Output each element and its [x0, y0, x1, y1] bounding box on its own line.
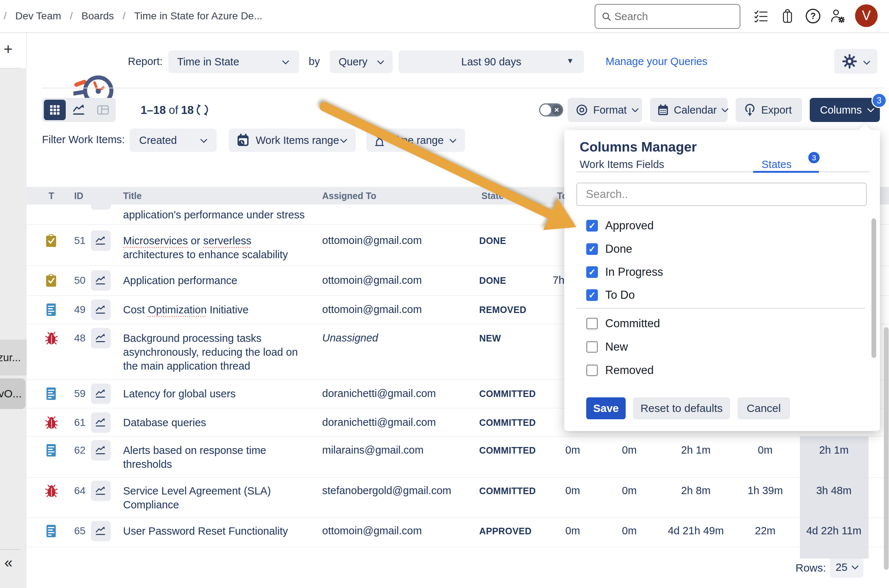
work-item-type-story-icon	[45, 387, 57, 400]
rows-per-page-select[interactable]: 25	[830, 556, 864, 578]
breadcrumb: /Dev Team/Boards/Time in State for Azure…	[4, 0, 262, 32]
collapse-sidebar-button[interactable]: «	[4, 554, 12, 571]
add-tab-button[interactable]: +	[4, 42, 13, 57]
work-item-id: 59	[74, 388, 85, 399]
left-sidebar: + zur... vO... «	[0, 33, 27, 588]
format-label: Format	[593, 104, 627, 116]
tabs-underline	[576, 171, 870, 172]
checkbox-label: Approved	[605, 219, 654, 232]
state-checkbox-removed[interactable]: Removed	[586, 364, 654, 377]
time-value-clipped: 7h	[553, 274, 564, 286]
grid-view-button[interactable]	[44, 100, 66, 120]
chevron-down-icon	[868, 105, 875, 112]
group-by-select[interactable]: Query	[330, 50, 393, 73]
state-checkbox-committed[interactable]: Committed	[586, 317, 660, 330]
page: /Dev Team/Boards/Time in State for Azure…	[0, 0, 889, 588]
time-range-button[interactable]: Time range	[366, 129, 465, 152]
unchecked-checkbox-icon	[586, 364, 598, 376]
tab-states[interactable]: States	[762, 159, 792, 171]
calendar-button[interactable]: Calendar	[650, 98, 727, 122]
table-row-65[interactable]: 65User Password Reset Functionalityottom…	[27, 518, 889, 547]
reset-to-defaults-button[interactable]: Reset to defaults	[633, 398, 730, 419]
checklist-icon[interactable]	[753, 8, 769, 24]
row-chart-button[interactable]	[91, 384, 111, 404]
work-items-range-button[interactable]: Work Items range	[229, 129, 356, 152]
bag-icon[interactable]	[780, 8, 796, 24]
highlight-toggle[interactable]: ✕	[539, 104, 563, 117]
account-settings-icon[interactable]	[830, 8, 846, 24]
breadcrumb-separator: /	[70, 10, 73, 22]
report-select[interactable]: Time in State	[168, 50, 299, 73]
chevron-down-icon	[852, 562, 859, 570]
work-item-title: Alerts based on response timethresholds	[123, 443, 328, 471]
state-value: COMMITTED	[479, 445, 536, 456]
chevron-down-icon	[449, 136, 457, 143]
hourglass-icon	[374, 134, 385, 147]
columns-search-input[interactable]: Search..	[576, 183, 867, 206]
breadcrumb-item[interactable]: Time in State for Azure De...	[134, 10, 262, 22]
state-checkbox-in-progress[interactable]: ✓In Progress	[586, 266, 663, 279]
format-button[interactable]: Format	[568, 98, 642, 122]
report-settings-button[interactable]	[834, 49, 877, 74]
columns-button[interactable]: Columns	[810, 98, 880, 122]
time-range-label: Time range	[390, 134, 444, 147]
total-column-cell	[800, 436, 868, 478]
calendar-label: Calendar	[674, 104, 717, 116]
work-item-type-task-icon	[45, 273, 57, 287]
view-switcher	[42, 98, 116, 122]
cancel-button[interactable]: Cancel	[738, 398, 790, 419]
row-chart-button[interactable]	[91, 231, 111, 251]
work-item-id: 50	[74, 274, 85, 286]
total-column-strip	[800, 547, 868, 558]
chart-view-button[interactable]	[68, 100, 90, 120]
breadcrumb-item[interactable]: Dev Team	[15, 10, 61, 22]
work-item-type-story-icon	[45, 443, 57, 457]
assigned-to: milarains@gmail.com	[322, 444, 424, 456]
sidebar-item-clipped-2[interactable]: vO...	[0, 378, 25, 409]
refresh-button[interactable]	[195, 103, 209, 117]
state-checkbox-new[interactable]: New	[586, 340, 628, 354]
assigned-to: ottomoin@gmail.com	[322, 525, 422, 537]
row-chart-button[interactable]	[91, 481, 111, 501]
row-chart-button[interactable]	[91, 328, 111, 348]
tab-work-items-fields[interactable]: Work Items Fields	[580, 159, 664, 171]
row-chart-button[interactable]	[91, 521, 111, 541]
search-input[interactable]: Search	[595, 4, 741, 29]
state-checkbox-approved[interactable]: ✓Approved	[586, 219, 654, 232]
assigned-to: ottomoin@gmail.com	[322, 234, 422, 246]
state-value: COMMITTED	[479, 417, 536, 428]
sidebar-item-clipped-1[interactable]: zur...	[0, 340, 27, 375]
save-button[interactable]: Save	[586, 398, 626, 419]
row-chart-button[interactable]	[91, 189, 111, 210]
manage-queries-link[interactable]: Manage your Queries	[606, 56, 708, 68]
assigned-to: stefanobergold@gmail.com	[322, 484, 451, 497]
checkbox-group-divider	[576, 308, 865, 309]
breadcrumb-item[interactable]: Boards	[81, 10, 114, 22]
filter-created-select[interactable]: Created	[130, 129, 217, 152]
row-chart-button[interactable]	[91, 440, 111, 460]
table-row-64[interactable]: 64Service Level Agreement (SLA)Complianc…	[27, 478, 889, 518]
toggle-knob	[540, 105, 551, 116]
columns-label: Columns	[820, 104, 862, 116]
row-chart-button[interactable]	[91, 412, 111, 433]
work-item-title: application's performance under stress	[123, 208, 328, 222]
rows-per-page-value: 25	[836, 561, 847, 573]
state-checkbox-to-do[interactable]: ✓To Do	[586, 288, 635, 302]
board-view-button[interactable]	[92, 100, 114, 120]
row-chart-button[interactable]	[91, 300, 111, 320]
state-value: APPROVED	[479, 526, 532, 537]
table-row-62[interactable]: 62Alerts based on response timethreshold…	[27, 436, 889, 478]
popup-scrollbar[interactable]	[871, 218, 876, 358]
row-chart-button[interactable]	[91, 270, 111, 291]
date-range-select[interactable]: Last 90 days ▾	[399, 50, 584, 73]
filter-label: Filter Work Items:	[42, 134, 125, 146]
assigned-to: ottomoin@gmail.com	[322, 303, 422, 315]
work-item-title: Application performance	[123, 273, 328, 287]
popup-caret	[858, 124, 872, 137]
export-button[interactable]: Export	[736, 98, 802, 122]
state-checkbox-done[interactable]: ✓Done	[586, 243, 632, 256]
work-item-id: 51	[74, 235, 85, 246]
page-scrollbar[interactable]	[884, 327, 889, 570]
help-icon[interactable]: ?	[805, 8, 821, 24]
avatar[interactable]: V	[855, 4, 878, 27]
